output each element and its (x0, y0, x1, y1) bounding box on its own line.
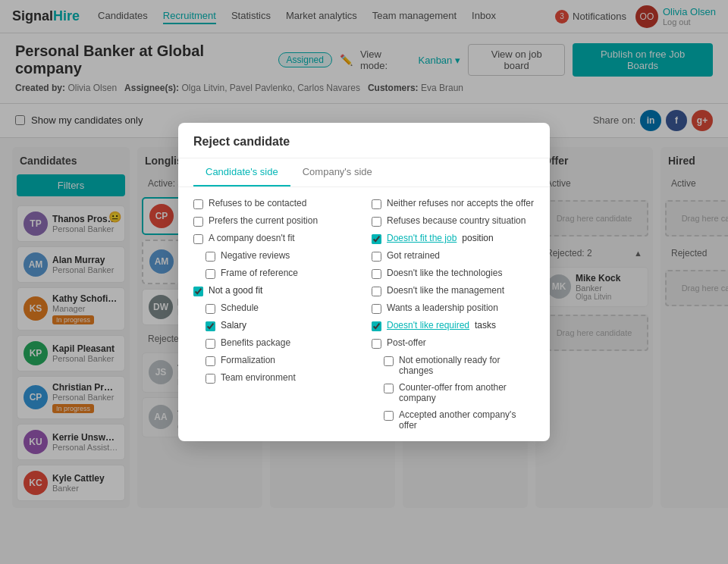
check-item: Accepted another company's offer (372, 409, 535, 431)
check-neither-refuses[interactable] (372, 199, 381, 209)
check-refuses-country[interactable] (372, 217, 381, 227)
check-not-good-fit[interactable] (193, 287, 203, 296)
check-item: Formalization (193, 355, 356, 366)
check-accepted-offer[interactable] (384, 411, 394, 421)
check-counter-offer[interactable] (384, 384, 394, 393)
check-item: Not a good fit (193, 285, 356, 296)
check-doesnt-fit-job[interactable] (372, 234, 381, 244)
tab-candidate-side[interactable]: Candidate's side (193, 158, 290, 186)
check-company-fit[interactable] (193, 234, 203, 244)
check-negative-reviews[interactable] (206, 252, 215, 262)
tab-company-side[interactable]: Company's side (290, 158, 384, 186)
check-item: Doesn't like required tasks (372, 320, 535, 331)
company-side-options: Neither refuses nor accepts the offer Re… (372, 198, 535, 431)
check-prefers-position[interactable] (193, 217, 203, 227)
check-item: Wants a leadership position (372, 302, 535, 314)
check-post-offer-group: Post-offer (372, 337, 535, 349)
check-item: Salary (193, 320, 356, 331)
check-post-offer[interactable] (372, 339, 381, 349)
check-item: Counter-offer from another company (372, 382, 535, 403)
check-frame-reference[interactable] (206, 269, 215, 279)
check-schedule[interactable] (206, 304, 215, 314)
check-salary[interactable] (206, 321, 215, 331)
reject-candidate-modal: Reject candidate Candidate's side Compan… (178, 123, 550, 441)
check-leadership[interactable] (372, 304, 381, 314)
check-item: Refuses to be contacted (193, 198, 356, 209)
check-item: Frame of reference (193, 268, 356, 279)
check-required-tasks[interactable] (372, 321, 381, 331)
check-management[interactable] (372, 287, 381, 296)
check-technologies[interactable] (372, 269, 381, 279)
check-item: Got retrained (372, 250, 535, 262)
check-item: Schedule (193, 302, 356, 314)
check-item: Prefers the current position (193, 215, 356, 227)
check-item: A company doesn't fit (193, 233, 356, 244)
check-benefits[interactable] (206, 339, 215, 349)
modal-tabs: Candidate's side Company's side (178, 158, 550, 187)
check-item: Doesn't like the management (372, 285, 535, 296)
modal-overlay[interactable]: Reject candidate Candidate's side Compan… (0, 0, 728, 517)
modal-title: Reject candidate (178, 123, 550, 158)
check-item: Doesn't like the technologies (372, 268, 535, 279)
check-formalization[interactable] (206, 356, 215, 366)
modal-body: Refuses to be contacted Prefers the curr… (178, 187, 550, 441)
check-refuses-contacted[interactable] (193, 199, 203, 209)
check-item: Benefits package (193, 337, 356, 349)
check-item: Doesn't fit the job position (372, 233, 535, 244)
candidate-side-options: Refuses to be contacted Prefers the curr… (193, 198, 356, 431)
check-item: Refuses because country situation (372, 215, 535, 227)
check-item: Team environment (193, 372, 356, 384)
check-got-retrained[interactable] (372, 252, 381, 262)
check-not-emotionally-ready[interactable] (384, 356, 394, 366)
check-item: Neither refuses nor accepts the offer (372, 198, 535, 209)
check-item: Not emotionally ready for changes (372, 355, 535, 376)
check-item: Negative reviews (193, 250, 356, 262)
check-team-env[interactable] (206, 374, 215, 384)
